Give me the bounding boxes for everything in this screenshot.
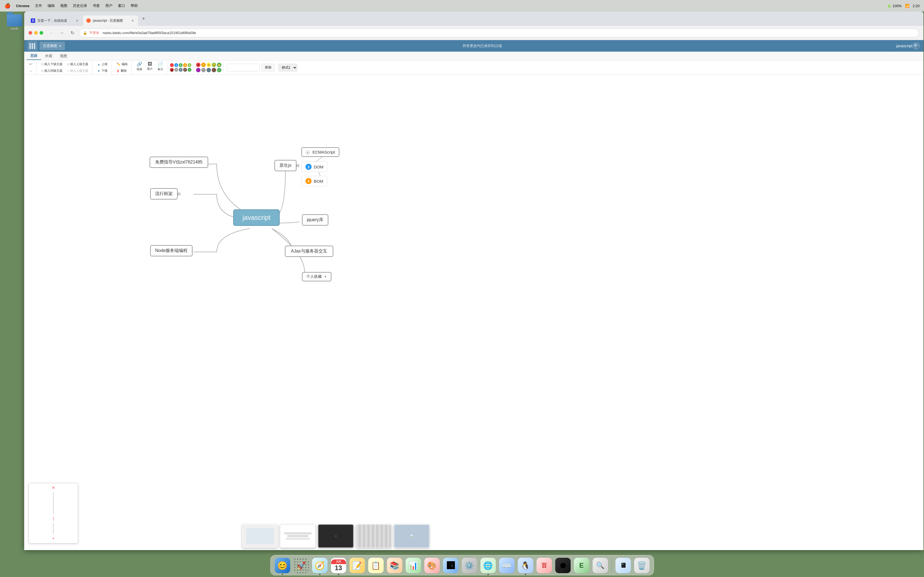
app-search-button[interactable]: 🔍	[913, 42, 920, 50]
minimap-panel: ✕ | + ⊙ 👁	[29, 483, 78, 543]
move-up-button[interactable]: ▲ 上移	[95, 61, 110, 67]
insert-same-button[interactable]: □ 插入同级主题	[39, 68, 65, 74]
redo-button[interactable]: ↪	[27, 68, 34, 74]
tab-baidu[interactable]: 百 百度一下，你就知道 ✕	[27, 15, 82, 26]
back-button[interactable]: ←	[48, 29, 55, 37]
dock-xcode[interactable]: ⌨️	[498, 557, 515, 574]
address-bar[interactable]: 🔓 不安全 naotu.baidu.com/file/e0a3ad78adf65…	[79, 29, 919, 37]
delete-button[interactable]: 🗑 删除	[115, 68, 130, 74]
undo-button[interactable]: ↩	[27, 61, 34, 67]
priority-circle-6[interactable]: 6	[179, 68, 183, 72]
dock-baidu-input[interactable]: 百	[536, 557, 553, 574]
app-grid-button[interactable]	[27, 41, 37, 51]
tab-thoughts[interactable]: 思路	[26, 52, 41, 60]
tab-view[interactable]: 视图	[56, 53, 71, 60]
priority-circle-3[interactable]: 3	[183, 63, 187, 67]
minimize-button[interactable]	[34, 31, 38, 35]
menu-history[interactable]: 历史记录	[73, 3, 87, 8]
menu-window[interactable]: 窗口	[118, 3, 125, 8]
dock-app1[interactable]: 🔍	[592, 557, 609, 574]
bom-node[interactable]: 3 BOM	[301, 176, 327, 186]
tab-appearance[interactable]: 外观	[41, 53, 56, 60]
close-button[interactable]	[29, 31, 32, 35]
dock-stickies[interactable]: 📝	[349, 557, 366, 574]
ajax-node[interactable]: AJax与服务器交互	[285, 246, 333, 257]
desktop-folder[interactable]: html5	[5, 14, 24, 31]
priority-x-red[interactable]: ✕	[170, 68, 174, 72]
folder-icon	[7, 14, 22, 26]
dock-calendar[interactable]: 日历 13	[330, 557, 347, 574]
menu-edit[interactable]: 编辑	[48, 3, 55, 8]
dom-node[interactable]: 2 DOM	[301, 161, 328, 172]
dock-numbers[interactable]: 📊	[405, 557, 422, 574]
minimap-add-btn[interactable]: +	[50, 535, 57, 542]
bookmark-node[interactable]: 个人收藏 ▼	[302, 272, 331, 281]
priority-circle-7[interactable]: 7	[183, 68, 187, 72]
priority-circle-8[interactable]: ✓	[187, 68, 191, 72]
dock-sysprefs[interactable]: ⚙️	[461, 557, 478, 574]
root-node[interactable]: javascript	[233, 210, 279, 226]
insert-sibling-button[interactable]: □ 插入上级主题	[65, 61, 90, 67]
edit-delete-group: ✏️ 编辑 🗑 删除	[113, 61, 132, 74]
dock-trash[interactable]: 🗑️	[633, 557, 650, 574]
edit-button[interactable]: ✏️ 编辑	[115, 61, 130, 67]
menu-file[interactable]: 文件	[35, 3, 42, 8]
dock-notes[interactable]: 📋	[367, 557, 384, 574]
dock-eudic[interactable]: E	[573, 557, 590, 574]
native-js-node[interactable]: 原生js	[275, 160, 296, 171]
menu-bookmarks[interactable]: 书签	[93, 3, 100, 8]
dock-keynote[interactable]: 🎨	[423, 557, 441, 574]
tab-mindmap[interactable]: javascript - 百度脑图 ✕	[83, 15, 138, 26]
minimap-close-btn[interactable]: ✕	[50, 484, 57, 491]
dock-qq[interactable]: 🐧	[517, 557, 534, 574]
apple-menu[interactable]: 🍎	[5, 3, 10, 9]
preview-thumb-2[interactable]	[280, 524, 316, 548]
nav-bar: ← → ↻ 🔓 不安全 naotu.baidu.com/file/e0a3ad7…	[24, 26, 924, 40]
forward-button[interactable]: →	[58, 29, 66, 37]
priority-circle-4[interactable]: 4	[187, 63, 191, 67]
node-programming-node[interactable]: Node服务端编程	[150, 245, 192, 256]
new-tab-button[interactable]: +	[140, 15, 147, 23]
style-dropdown[interactable]: 样式1	[278, 64, 297, 71]
priority-circle-2[interactable]: 2	[179, 63, 183, 67]
tab-close-mindmap[interactable]: ✕	[130, 18, 135, 23]
link-button[interactable]: 🔗 链接	[134, 61, 144, 74]
preview-thumb-3[interactable]: 🖥	[318, 524, 354, 548]
note-button[interactable]: 📄 备注	[155, 61, 165, 74]
minimap-zoom-handle[interactable]: |	[50, 515, 57, 522]
jquery-node[interactable]: jquery库	[302, 214, 328, 226]
framework-node[interactable]: 流行框架	[150, 188, 178, 200]
security-label: 不安全	[89, 31, 99, 35]
preview-thumb-4[interactable]	[356, 524, 392, 548]
preview-thumb-5[interactable]: 📊	[394, 524, 430, 548]
dock-finder[interactable]: 😊	[274, 557, 291, 574]
menu-user[interactable]: 用户	[105, 3, 113, 8]
move-down-button[interactable]: ▼ 下移	[95, 68, 110, 74]
dock-appstore[interactable]: 🅰	[442, 557, 459, 574]
dock-obs[interactable]: ⏺	[554, 557, 572, 574]
dock-chrome[interactable]: 🌐	[480, 557, 497, 574]
ecmascript-node[interactable]: + ECMAScript	[301, 147, 339, 157]
insert-sibling2-button[interactable]: □ 插入上级主题	[65, 68, 90, 74]
preview-thumb-1[interactable]	[242, 524, 278, 548]
add-button[interactable]: 添加	[261, 64, 275, 71]
menu-help[interactable]: 帮助	[131, 3, 138, 8]
priority-circle-red[interactable]	[170, 63, 174, 67]
app-brand-button[interactable]: 百度脑图 ▼	[40, 42, 65, 50]
maximize-button[interactable]	[40, 31, 43, 35]
reload-button[interactable]: ↻	[68, 29, 76, 37]
minimap-target-btn[interactable]: ⊙	[50, 542, 57, 543]
priority-circle-5[interactable]: 5	[174, 68, 178, 72]
menu-view[interactable]: 视图	[60, 3, 67, 8]
priority-circle-1[interactable]: 1	[174, 63, 178, 67]
add-input[interactable]	[226, 64, 260, 71]
dock-launchpad[interactable]: 🚀	[292, 557, 310, 574]
free-guide-node[interactable]: 免费指导V信zxl7621485	[150, 156, 208, 168]
dock-app2[interactable]: 🖥	[615, 557, 632, 574]
menu-chrome[interactable]: Chrome	[16, 4, 29, 8]
insert-child-button[interactable]: □ 插入下级主题	[39, 61, 65, 67]
dock-books[interactable]: 📚	[386, 557, 403, 574]
image-button[interactable]: 🖼 图片	[145, 61, 155, 74]
tab-close-baidu[interactable]: ✕	[75, 18, 79, 23]
dock-safari[interactable]: 🧭	[311, 557, 328, 574]
